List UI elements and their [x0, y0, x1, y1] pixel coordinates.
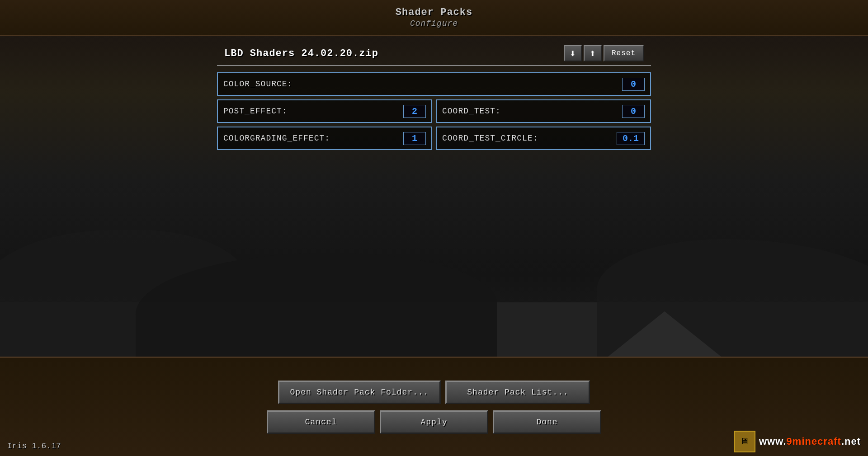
- top-bar: Shader Packs Configure: [0, 0, 868, 36]
- upload-button[interactable]: ⬆: [584, 45, 602, 61]
- version-label: Iris 1.6.17: [7, 442, 61, 451]
- page-subtitle: Configure: [410, 19, 458, 28]
- color-source-value: 0: [622, 78, 645, 91]
- colorgrading-effect-value: 1: [403, 132, 426, 145]
- setting-color-source[interactable]: COLOR_SOURCE: 0: [217, 72, 651, 96]
- coord-test-label: COORD_TEST:: [442, 107, 501, 116]
- download-button[interactable]: ⬇: [564, 45, 582, 61]
- coord-test-value: 0: [622, 105, 645, 118]
- post-effect-value: 2: [403, 105, 426, 118]
- apply-button[interactable]: Apply: [380, 410, 488, 434]
- setting-coord-test-circle[interactable]: COORD_TEST_CIRCLE: 0.1: [436, 127, 651, 150]
- watermark-text: www.9minecraft.net: [759, 436, 861, 447]
- page-title: Shader Packs: [396, 7, 472, 18]
- color-source-label: COLOR_SOURCE:: [223, 80, 292, 89]
- shader-header: LBD Shaders 24.02.20.zip ⬇ ⬆ Reset: [217, 41, 651, 66]
- coord-test-circle-value: 0.1: [617, 132, 645, 145]
- post-effect-label: POST_EFFECT:: [223, 107, 288, 116]
- settings-grid: COLOR_SOURCE: 0 POST_EFFECT: 2 COORD_TES…: [217, 72, 651, 150]
- shader-pack-name: LBD Shaders 24.02.20.zip: [224, 48, 378, 59]
- coord-test-circle-label: COORD_TEST_CIRCLE:: [442, 134, 538, 143]
- setting-coord-test[interactable]: COORD_TEST: 0: [436, 99, 651, 123]
- watermark: 🖥 www.9minecraft.net: [734, 431, 861, 452]
- shader-pack-list-button[interactable]: Shader Pack List...: [445, 381, 590, 404]
- main-content: LBD Shaders 24.02.20.zip ⬇ ⬆ Reset COLOR…: [0, 36, 868, 357]
- header-divider: [217, 65, 651, 66]
- watermark-icon: 🖥: [734, 431, 755, 452]
- shader-actions: ⬇ ⬆ Reset: [564, 45, 644, 61]
- done-button[interactable]: Done: [493, 410, 601, 434]
- colorgrading-effect-label: COLORGRADING_EFFECT:: [223, 134, 330, 143]
- setting-post-effect[interactable]: POST_EFFECT: 2: [217, 99, 432, 123]
- bottom-row-1: Open Shader Pack Folder... Shader Pack L…: [278, 381, 590, 404]
- cancel-button[interactable]: Cancel: [267, 410, 375, 434]
- reset-button[interactable]: Reset: [604, 45, 644, 61]
- setting-colorgrading-effect[interactable]: COLORGRADING_EFFECT: 1: [217, 127, 432, 150]
- bottom-row-2: Cancel Apply Done: [267, 410, 601, 434]
- open-shader-folder-button[interactable]: Open Shader Pack Folder...: [278, 381, 441, 404]
